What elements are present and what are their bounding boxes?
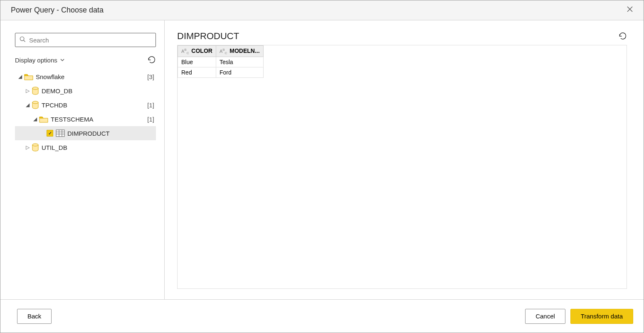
search-icon [20,36,26,44]
tree-item-demo-db[interactable]: ▷ DEMO_DB [15,84,156,98]
preview-pane: DIMPRODUCT ABC COLOR ABC MODELN... [165,20,644,299]
tree-item-dimproduct[interactable]: DIMPRODUCT [15,126,156,140]
tree-item-label: UTIL_DB [42,144,154,151]
transform-data-button[interactable]: Transform data [570,309,633,324]
navigator-tree: ◢ Snowflake [3] ▷ DEMO_DB ◢ TPCHDB [15,70,156,154]
column-header-modelname[interactable]: ABC MODELN... [216,46,263,57]
caret-down-icon: ◢ [25,102,30,108]
tree-item-label: DEMO_DB [42,87,154,94]
navigator-pane: Display options ◢ Snowflake [3] ▷ [0,20,165,299]
close-icon[interactable] [624,4,635,17]
tree-item-label: TESTSCHEMA [51,116,147,123]
caret-down-icon: ◢ [32,116,37,122]
caret-right-icon: ▷ [25,88,30,94]
tree-item-tpchdb[interactable]: ◢ TPCHDB [1] [15,98,156,112]
column-header-label: MODELN... [229,47,259,54]
display-options-dropdown[interactable]: Display options [15,57,65,64]
tree-item-util-db[interactable]: ▷ UTIL_DB [15,140,156,154]
svg-line-3 [24,40,25,42]
tree-item-label: TPCHDB [42,102,147,109]
tree-item-label: DIMPRODUCT [67,130,154,137]
table-row[interactable]: Red Ford [178,67,264,77]
checkbox-checked-icon[interactable] [47,130,53,137]
cell: Tesla [216,57,263,67]
tree-item-snowflake[interactable]: ◢ Snowflake [3] [15,70,156,84]
svg-rect-6 [56,130,64,137]
database-icon [32,87,39,95]
database-icon [32,101,39,109]
search-input[interactable] [29,37,151,44]
column-header-color[interactable]: ABC COLOR [178,46,216,57]
type-icon: ABC [220,49,227,54]
cancel-button[interactable]: Cancel [525,309,565,324]
folder-icon [39,115,48,123]
refresh-icon[interactable] [148,56,156,64]
svg-point-2 [20,37,24,40]
folder-icon [24,73,33,80]
column-header-label: COLOR [191,47,212,54]
caret-right-icon: ▷ [25,144,30,150]
table-row[interactable]: Blue Tesla [178,57,264,67]
tree-item-count: [1] [147,116,154,123]
dialog-header: Power Query - Choose data [0,0,644,20]
cell: Blue [178,57,216,67]
cell: Red [178,67,216,77]
table-header-row: ABC COLOR ABC MODELN... [178,46,264,57]
caret-down-icon: ◢ [17,74,22,80]
table-icon [56,129,65,137]
dialog-footer: Back Cancel Transform data [0,299,644,333]
preview-table-wrap[interactable]: ABC COLOR ABC MODELN... Blue Tesla [177,45,627,289]
preview-title: DIMPRODUCT [177,31,239,42]
back-button[interactable]: Back [17,309,52,324]
cell: Ford [216,67,263,77]
chevron-down-icon [60,57,65,64]
tree-item-label: Snowflake [36,73,147,80]
tree-item-count: [1] [147,102,154,109]
dialog-title: Power Query - Choose data [11,6,104,15]
search-box[interactable] [15,33,156,47]
display-options-label: Display options [15,57,57,64]
tree-item-testschema[interactable]: ◢ TESTSCHEMA [1] [15,112,156,126]
preview-refresh-icon[interactable] [619,32,627,40]
tree-item-count: [3] [147,73,154,80]
database-icon [32,143,39,152]
type-icon: ABC [181,49,189,54]
preview-table: ABC COLOR ABC MODELN... Blue Tesla [178,45,264,78]
